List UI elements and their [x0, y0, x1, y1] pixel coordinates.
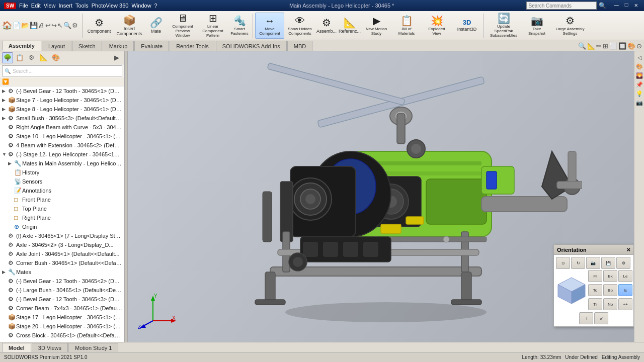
tree-item-8[interactable]: ▶ 🔧 Mates in Main Assembly - Lego Helico… [0, 159, 124, 168]
motion-study-button[interactable]: ▶ New Motion Study [362, 13, 391, 39]
orient-nav-2[interactable]: ↙ [594, 312, 608, 324]
menu-insert[interactable]: Insert [58, 3, 72, 9]
viewport[interactable]: Y X Z Orientation × [128, 51, 644, 342]
redo-button[interactable]: ↪ [51, 22, 57, 29]
instant3d-button[interactable]: 3D Instant3D [452, 13, 481, 39]
config-mgr-btn[interactable]: ⚙ [26, 52, 37, 63]
tab-markup[interactable]: Markup [103, 41, 134, 51]
right-icon-6[interactable]: 📷 [635, 99, 643, 107]
tab-evaluate[interactable]: Evaluate [134, 41, 169, 51]
open-button[interactable]: 📂 [21, 22, 29, 29]
view-tool-2[interactable]: 📐 [587, 42, 595, 50]
show-hidden-button[interactable]: 👁 Show Hidden Components [285, 13, 314, 39]
tree-item-11[interactable]: 📝 Annotations [0, 186, 124, 195]
select-button[interactable]: ↖ [57, 22, 63, 29]
tree-item-origin[interactable]: ⊕ Origin [0, 222, 124, 231]
tree-item-mates[interactable]: ▶ 🔧 Mates [0, 267, 124, 277]
tree-item-17[interactable]: ⚙ Axle - 30465<2> (3 - Long<Display_D... [0, 240, 124, 249]
menu-view[interactable]: View [44, 3, 56, 9]
tree-item-5[interactable]: ⚙ Stage 10 - Lego Helicopter - 30465<1> … [0, 132, 124, 141]
tree-item-9[interactable]: 📋 History [0, 168, 124, 177]
minimize-button[interactable]: ─ [612, 2, 621, 10]
menu-window[interactable]: Window [131, 3, 151, 9]
snapshot-button[interactable]: 📷 Take Snapshot [522, 13, 551, 39]
tree-item-7[interactable]: ▼ ⚙ (-) Stage 12- Lego Helicopter - 3046… [0, 150, 124, 159]
orient-tool-2[interactable]: ↻ [571, 257, 585, 269]
tree-item-right-plane[interactable]: □ Right Plane [0, 213, 124, 222]
orient-tool-3[interactable]: 📷 [586, 257, 600, 269]
large-assembly-button[interactable]: ⚙ Large Assembly Settings [552, 13, 588, 39]
model-area[interactable]: Y X Z Orientation × [128, 51, 644, 342]
orient-tool-4[interactable]: 💾 [601, 257, 615, 269]
menu-photoview[interactable]: PhotoView 360 [92, 3, 129, 9]
insert-components-button[interactable]: 📦 Insert Components [115, 13, 144, 39]
assembly-button[interactable]: ⚙ Assemb... [315, 13, 338, 39]
collapse-panel-btn[interactable]: ▶ [111, 52, 122, 63]
filter-icon[interactable]: 🔽 [2, 78, 9, 85]
orient-view-front[interactable]: Fr [588, 270, 602, 282]
search-icon[interactable]: 🔍 [599, 2, 606, 9]
tree-item-19[interactable]: ⚙ Corner Bush - 30465<1> (Default<<Defau… [0, 258, 124, 267]
zoom-button[interactable]: 🔍 [63, 22, 71, 29]
tree-item-25[interactable]: 📦 Stage 17 - Lego Helicopter - 30465<1> … [0, 313, 124, 322]
orient-view-more[interactable]: ++ [618, 298, 632, 310]
tree-item-21[interactable]: ⚙ (-) Bevel Gear - 12 Tooth - 30465<2> (… [0, 277, 124, 286]
view-tool-5[interactable]: ⬜ [609, 42, 617, 50]
component-preview-button[interactable]: 🖥 Component Preview Window [168, 13, 197, 39]
tree-item-0[interactable]: ▶ ⚙ (-) Bevel Gear - 12 Tooth - 30465<1>… [0, 86, 124, 96]
view-tool-3[interactable]: ✏ [596, 42, 602, 50]
tree-item-22[interactable]: ⚙ (-) Large Bush - 30465<1> (Default<<De… [0, 286, 124, 295]
view-tool-4[interactable]: ⊞ [603, 42, 608, 50]
orient-view-bottom[interactable]: Bo [603, 284, 617, 296]
tree-item-24[interactable]: ⚙ Corner Beam - 7x4x3 - 30465<1> (Defaul… [0, 304, 124, 313]
maximize-button[interactable]: □ [623, 2, 630, 10]
orient-view-trimetric[interactable]: Tr [588, 298, 602, 310]
appearance-btn[interactable]: 🎨 [50, 52, 61, 63]
tree-item-18[interactable]: ⚙ Axle Joint - 30465<1> (Default<<Defaul… [0, 249, 124, 258]
tab-layout[interactable]: Layout [42, 41, 71, 51]
right-icon-2[interactable]: 🎨 [635, 62, 643, 70]
search-input[interactable] [526, 2, 597, 10]
tab-render-tools[interactable]: Render Tools [170, 41, 215, 51]
move-component-button[interactable]: ↔ Move Component [255, 13, 284, 39]
tab-3d-views[interactable]: 3D Views [32, 343, 68, 352]
tab-assembly[interactable]: Assembly [2, 41, 41, 51]
orient-tool-5[interactable]: ⚙ [616, 257, 630, 269]
tree-item-6[interactable]: ⚙ 4 Beam with Extension - 30465<2> (Defa… [0, 141, 124, 150]
dim-expert-btn[interactable]: 📐 [38, 52, 49, 63]
reference-button[interactable]: 📐 Referenc... [339, 13, 361, 39]
home-button[interactable]: 🏠 [2, 21, 12, 30]
orient-view-top[interactable]: To [588, 284, 602, 296]
feature-tree-btn[interactable]: 🌳 [2, 52, 13, 63]
orient-view-normal[interactable]: No [603, 298, 617, 310]
orient-view-isometric[interactable]: Is [618, 284, 632, 296]
menu-tools[interactable]: Tools [75, 3, 89, 9]
tree-item-10[interactable]: 📡 Sensors [0, 177, 124, 186]
orient-view-back[interactable]: Bk [603, 270, 617, 282]
tab-sketch[interactable]: Sketch [72, 41, 102, 51]
orientation-close[interactable]: × [626, 246, 630, 253]
print-button[interactable]: 🖨 [38, 22, 45, 29]
orient-tool-1[interactable]: ⊙ [556, 257, 570, 269]
linear-pattern-button[interactable]: ⊞ Linear Component Pattern [198, 13, 227, 39]
bom-button[interactable]: 📋 Bill of Materials [392, 13, 421, 39]
tree-item-28[interactable]: ⚙ (-) Stage 21 - Lego Helicopter - 30465… [0, 340, 124, 342]
tree-item-top-plane[interactable]: □ Top Plane [0, 204, 124, 213]
view-tool-6[interactable]: 🔲 [618, 42, 626, 50]
tab-motion-study[interactable]: Motion Study 1 [68, 343, 118, 352]
tab-model[interactable]: Model [2, 343, 31, 352]
menu-file[interactable]: File [19, 3, 28, 9]
smart-fasteners-button[interactable]: 🔩 Smart Fasteners [228, 13, 251, 39]
exploded-view-button[interactable]: 💥 Exploded View [422, 13, 451, 39]
tree-item-front-plane[interactable]: □ Front Plane [0, 195, 124, 204]
mate-button[interactable]: 🔗 Mate [145, 13, 167, 39]
save-button[interactable]: 💾 [30, 22, 38, 29]
menu-edit[interactable]: Edit [31, 3, 41, 9]
tree-item-16[interactable]: ⚙ (f) Axle - 30465<1> (7 - Long<Display … [0, 231, 124, 240]
orient-nav-1[interactable]: ↑ [579, 312, 593, 324]
tree-item-1[interactable]: ▶ 📦 Stage 7 - Lego Helicopter - 30465<1>… [0, 96, 124, 105]
tree-item-3[interactable]: ▶ ⚙ Small Bush - 30565<3> (Default<Defau… [0, 114, 124, 123]
tree-item-26[interactable]: 📦 Stage 20 - Lego Helicopter - 30465<1> … [0, 322, 124, 331]
tree-item-23[interactable]: ⚙ (-) Bevel Gear - 12 Tooth - 30465<3> (… [0, 295, 124, 304]
tree-item-4[interactable]: ⚙ Right Angle Beam with Curve - 5x3 - 30… [0, 123, 124, 132]
